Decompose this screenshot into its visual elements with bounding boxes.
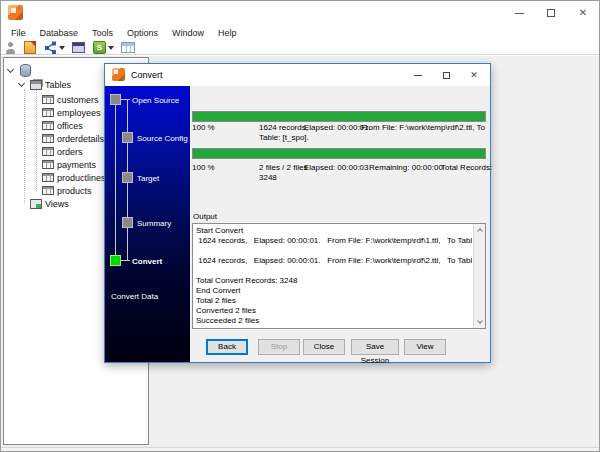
script-icon: S — [93, 41, 106, 54]
output-log-text: Start Convert 1624 records, Elapsed: 00:… — [196, 226, 472, 326]
tree-label-tables: Tables — [45, 80, 71, 90]
tree-node-customers[interactable]: customers — [42, 93, 99, 106]
tree-node-orderdetails[interactable]: orderdetails — [42, 132, 104, 145]
menu-item-window[interactable]: Window — [167, 26, 209, 40]
minimize-icon — [414, 75, 422, 76]
dialog-minimize-button[interactable] — [404, 64, 432, 86]
close-dialog-button[interactable]: Close — [303, 339, 345, 355]
script-dropdown-icon[interactable] — [108, 46, 114, 50]
maximize-icon — [443, 72, 450, 79]
save-session-button[interactable]: Save Session — [351, 339, 399, 355]
scroll-down-button[interactable] — [474, 316, 486, 328]
share-icon — [44, 41, 57, 54]
back-button[interactable]: Back — [206, 339, 248, 355]
convert-dialog: Convert ✕ Open Source Source Config Targ… — [104, 63, 491, 363]
tree-label-payments: payments — [57, 160, 96, 170]
maximize-icon — [547, 9, 555, 17]
chevron-up-icon — [477, 228, 483, 234]
tree-node-products[interactable]: products — [42, 184, 92, 197]
wizard-connector-line — [121, 260, 130, 261]
total-progress-remaining: Remaining: 00:00:00 — [369, 163, 443, 172]
wizard-step-source-config[interactable] — [122, 132, 133, 143]
menu-item-options[interactable]: Options — [122, 26, 163, 40]
table-icon — [42, 173, 54, 182]
wizard-sidebar: Open Source Source Config Target Summary… — [105, 86, 190, 362]
view-button[interactable]: View — [404, 339, 446, 355]
output-log-box[interactable]: Start Convert 1624 records, Elapsed: 00:… — [192, 223, 486, 329]
file-progress-from-file: From File: F:\work\temp\rdf\2.ttl, To — [361, 123, 485, 132]
tree-root-node[interactable] — [8, 64, 31, 77]
dialog-app-icon — [112, 68, 125, 81]
table-icon — [42, 147, 54, 156]
dialog-close-button[interactable]: ✕ — [460, 64, 488, 86]
tree-node-payments[interactable]: payments — [42, 158, 96, 171]
wizard-connector-line — [115, 99, 116, 260]
minimize-button[interactable] — [503, 1, 535, 25]
chevron-down-icon — [477, 318, 483, 324]
window-icon — [72, 42, 85, 53]
file-progress-records: 1624 records, — [259, 123, 308, 132]
wizard-step-label-summary[interactable]: Summary — [137, 219, 171, 228]
file-progress-bar — [192, 111, 486, 122]
dialog-body: Open Source Source Config Target Summary… — [105, 86, 490, 362]
status-bar — [1, 447, 600, 452]
script-button[interactable]: S — [93, 41, 117, 55]
tree-node-employees[interactable]: employees — [42, 106, 101, 119]
tree-label-employees: employees — [57, 108, 101, 118]
chevron-down-icon[interactable] — [7, 65, 14, 72]
total-progress-elapsed: Elapsed: 00:00:03 — [304, 163, 369, 172]
wizard-step-summary[interactable] — [122, 217, 133, 228]
maximize-button[interactable] — [535, 1, 567, 25]
file-progress-to-table: Table: [t_spo]. — [259, 133, 309, 142]
table-icon — [42, 134, 54, 143]
minimize-icon — [515, 13, 524, 14]
chevron-down-icon[interactable] — [18, 79, 25, 86]
app-logo-icon — [8, 5, 23, 20]
window-titlebar: ✕ — [1, 1, 599, 25]
dialog-maximize-button[interactable] — [432, 64, 460, 86]
menu-item-help[interactable]: Help — [213, 26, 242, 40]
toolbar: S — [1, 41, 599, 55]
wizard-step-label-open-source[interactable]: Open Source — [132, 96, 179, 105]
tree-node-orders[interactable]: orders — [42, 145, 83, 158]
convert-file-icon — [24, 41, 36, 54]
dialog-title: Convert — [131, 70, 163, 80]
tree-label-customers: customers — [57, 95, 99, 105]
window-controls: ✕ — [503, 1, 599, 25]
close-button[interactable]: ✕ — [567, 1, 599, 25]
tables-folder-icon — [30, 80, 42, 90]
output-scrollbar[interactable] — [473, 224, 485, 328]
wizard-step-convert[interactable] — [110, 255, 121, 266]
menu-item-file[interactable]: File — [6, 26, 31, 40]
connect-user-button[interactable] — [5, 41, 16, 55]
user-icon — [5, 42, 16, 54]
output-label: Output — [193, 212, 217, 221]
total-records-value: 3248 — [259, 173, 277, 182]
scroll-up-button[interactable] — [474, 224, 486, 236]
close-icon: ✕ — [579, 8, 587, 18]
share-dropdown-icon[interactable] — [59, 46, 65, 50]
wizard-step-target[interactable] — [122, 172, 133, 183]
tree-label-views: Views — [45, 199, 69, 209]
tree-node-tables[interactable]: Tables — [19, 78, 71, 91]
total-records-label: Total Records: — [441, 163, 492, 172]
wizard-step-label-convert[interactable]: Convert — [132, 257, 162, 266]
menu-item-database[interactable]: Database — [35, 26, 84, 40]
total-progress-files: 2 files / 2 files — [259, 163, 307, 172]
wizard-step-label-source-config[interactable]: Source Config — [137, 134, 188, 143]
convert-button[interactable] — [24, 41, 36, 55]
menu-item-tools[interactable]: Tools — [87, 26, 118, 40]
dialog-titlebar[interactable]: Convert ✕ — [105, 64, 490, 86]
window-view-button[interactable] — [72, 41, 85, 55]
tree-node-offices[interactable]: offices — [42, 119, 83, 132]
table-view-button[interactable] — [121, 41, 135, 55]
table-icon — [42, 108, 54, 117]
tree-node-productlines[interactable]: productlines — [42, 171, 106, 184]
share-button[interactable] — [44, 41, 68, 55]
main-window: ✕ File Database Tools Options Window Hel… — [0, 0, 600, 452]
wizard-step-open-source[interactable] — [110, 94, 121, 105]
dialog-controls: ✕ — [404, 64, 488, 86]
wizard-step-label-target[interactable]: Target — [137, 174, 159, 183]
tree-node-views[interactable]: Views — [30, 197, 69, 210]
convert-content: 100 % 1624 records, Elapsed: 00:00:01. F… — [190, 86, 490, 362]
